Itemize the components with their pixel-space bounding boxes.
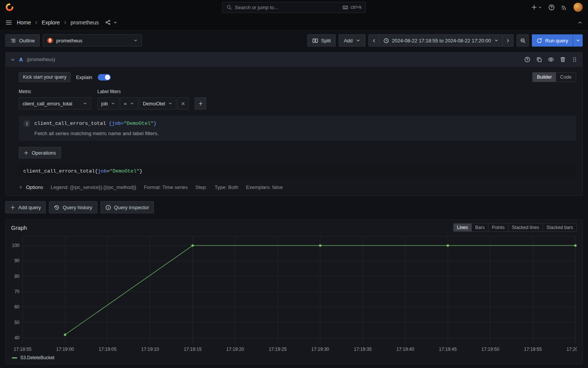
graph-style-bars[interactable]: Bars — [472, 224, 488, 231]
svg-text:60: 60 — [15, 304, 20, 310]
explain-line: 1 client_call_errors_total {job="DemoOte… — [23, 120, 572, 127]
chevron-right-icon — [506, 38, 510, 43]
search-icon — [226, 5, 232, 10]
legend-series-label[interactable]: S3.DeleteBucket — [20, 355, 54, 360]
operations-button[interactable]: Operations — [19, 147, 61, 158]
user-avatar[interactable] — [573, 3, 583, 12]
query-ref-id[interactable]: A — [19, 56, 23, 63]
query-datasource-hint: (prometheus) — [27, 57, 55, 62]
help-button[interactable] — [548, 4, 555, 11]
news-button[interactable] — [561, 4, 567, 11]
search-shortcut: ctrl+k — [342, 5, 362, 10]
svg-text:17:18:55: 17:18:55 — [14, 347, 32, 352]
hide-query-button[interactable] — [548, 56, 554, 63]
run-query-split-button: Run query — [532, 34, 583, 47]
chevron-right-icon — [63, 20, 68, 25]
graph-canvas[interactable]: 40506070809010017:18:5517:19:0017:19:051… — [11, 233, 577, 354]
datasource-picker[interactable]: prometheus — [43, 34, 142, 47]
toolbar-actions: Split Add 2024-08-22 17:18:55 to 2024-08… — [307, 34, 583, 47]
svg-text:70: 70 — [15, 289, 20, 294]
plus-icon — [198, 101, 203, 106]
query-editor-toolbar: Kick start your query Explain Builder Co… — [19, 72, 576, 82]
chevron-down-icon — [130, 101, 134, 106]
filter-value-select[interactable]: DemoOtel — [139, 97, 177, 110]
svg-text:17:20:00: 17:20:00 — [567, 347, 577, 352]
run-query-button[interactable]: Run query — [532, 34, 573, 47]
svg-text:17:19:30: 17:19:30 — [311, 347, 329, 352]
time-forward-button[interactable] — [503, 34, 514, 47]
kick-start-button[interactable]: Kick start your query — [19, 72, 71, 82]
help-icon — [548, 4, 555, 11]
explain-toggle[interactable] — [98, 74, 111, 81]
prometheus-icon — [47, 37, 53, 44]
svg-text:17:19:50: 17:19:50 — [481, 347, 499, 352]
query-history-label: Query history — [63, 205, 92, 210]
time-range-picker[interactable]: 2024-08-22 17:18:55 to 2024-08-22 17:20:… — [380, 34, 503, 47]
time-range-label: 2024-08-22 17:18:55 to 2024-08-22 17:20:… — [392, 38, 491, 44]
clock-icon — [383, 38, 389, 44]
options-toggle[interactable]: Options — [19, 184, 43, 190]
mega-menu-button[interactable] — [5, 19, 12, 26]
builder-mode-button[interactable]: Builder — [533, 73, 556, 82]
graph-style-lines[interactable]: Lines — [454, 224, 472, 231]
breadcrumb-more-button[interactable] — [113, 20, 118, 25]
zoom-out-icon — [520, 38, 526, 44]
refresh-icon — [536, 38, 542, 44]
editor-mode-group: Builder Code — [532, 72, 576, 82]
time-back-button[interactable] — [368, 34, 380, 47]
collapse-chrome-button[interactable] — [577, 20, 583, 25]
graph-style-stacked-lines[interactable]: Stacked lines — [508, 224, 543, 231]
query-row-actions — [524, 56, 578, 63]
new-menu-button[interactable] — [531, 4, 542, 10]
add-dropdown-button[interactable]: Add — [339, 34, 365, 47]
share-icon — [105, 19, 111, 25]
query-row-header: A (prometheus) — [6, 52, 582, 67]
remove-filter-button[interactable] — [177, 97, 189, 110]
metric-select[interactable]: client_call_errors_total — [19, 97, 91, 110]
query-help-button[interactable] — [524, 56, 530, 63]
breadcrumb-explore[interactable]: Explore — [42, 19, 60, 26]
shortcut-label: ctrl+k — [351, 5, 362, 10]
zoom-out-button[interactable] — [517, 34, 529, 47]
search-input[interactable]: Search or jump to... ctrl+k — [222, 2, 366, 13]
plus-icon — [10, 205, 15, 210]
share-button[interactable] — [105, 19, 111, 25]
svg-text:17:19:25: 17:19:25 — [269, 347, 287, 352]
grafana-logo-icon[interactable] — [5, 3, 14, 11]
filter-key-select[interactable]: job — [97, 97, 119, 110]
option-exemplars: Exemplars: false — [246, 184, 283, 190]
graph-style-stacked-bars[interactable]: Stacked bars — [543, 224, 577, 231]
breadcrumb-home[interactable]: Home — [17, 19, 31, 26]
metric-label: Metric — [19, 89, 91, 94]
code-mode-button[interactable]: Code — [556, 73, 576, 82]
chevron-down-icon — [576, 38, 580, 43]
graph-style-points[interactable]: Points — [488, 224, 508, 231]
legend-swatch — [12, 357, 17, 358]
remove-query-button[interactable] — [560, 56, 566, 63]
svg-text:17:19:45: 17:19:45 — [439, 347, 457, 352]
chevron-down-icon — [83, 101, 87, 106]
chevron-down-icon — [538, 5, 542, 10]
chevron-right-icon — [19, 185, 23, 189]
grafana-logo-icon — [5, 3, 14, 11]
run-query-interval-button[interactable] — [573, 34, 583, 47]
eye-icon — [548, 56, 554, 63]
filter-operator-value: = — [124, 101, 127, 107]
breadcrumb-current: prometheus — [71, 19, 99, 26]
query-history-button[interactable]: Query history — [49, 201, 97, 213]
duplicate-query-button[interactable] — [536, 56, 542, 63]
drag-query-handle[interactable] — [572, 56, 578, 63]
explore-toolbar: Outline prometheus Split Add — [0, 31, 588, 47]
add-filter-button[interactable] — [195, 97, 206, 110]
explain-query-code: client_call_errors_total {job="DemoOtel"… — [34, 121, 157, 126]
add-query-label: Add query — [18, 205, 41, 210]
svg-text:17:19:35: 17:19:35 — [354, 347, 372, 352]
svg-text:17:19:15: 17:19:15 — [184, 347, 202, 352]
split-button[interactable]: Split — [307, 34, 336, 47]
filter-operator-select[interactable]: = — [120, 97, 138, 110]
add-query-button[interactable]: Add query — [5, 201, 46, 213]
collapse-query-button[interactable] — [10, 57, 15, 62]
query-inspector-button[interactable]: Query inspector — [100, 201, 154, 213]
split-icon — [312, 38, 318, 44]
outline-button[interactable]: Outline — [5, 34, 40, 47]
